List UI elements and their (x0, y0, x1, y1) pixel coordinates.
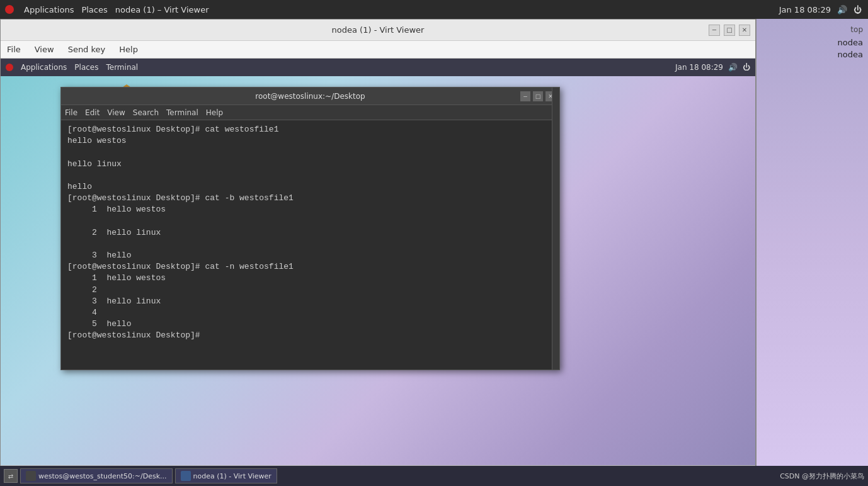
system-applications-label[interactable]: Applications (24, 5, 74, 14)
virt-minimize-btn[interactable]: − (709, 25, 720, 36)
terminal-maximize-btn[interactable]: □ (533, 91, 543, 101)
terminal-titlebar-buttons: − □ ✕ (520, 91, 556, 101)
vm-datetime: Jan 18 08:29 (675, 63, 723, 72)
system-topbar-right: Jan 18 08:29 🔊 ⏻ (779, 5, 862, 14)
virt-titlebar: nodea (1) - Virt Viewer − □ ✕ (1, 20, 755, 41)
terminal-menu-terminal[interactable]: Terminal (166, 108, 198, 117)
virt-title: nodea (1) - Virt Viewer (332, 25, 425, 35)
bottom-task-terminal[interactable]: westos@westos_student50:~/Desk... (20, 468, 173, 483)
vm-power-icon[interactable]: ⏻ (743, 63, 750, 72)
viewer-task-label: nodea (1) - Virt Viewer (193, 472, 271, 480)
system-datetime: Jan 18 08:29 (779, 5, 831, 14)
virt-titlebar-buttons: − □ ✕ (709, 25, 750, 36)
right-panel-item1: nodea (762, 38, 863, 47)
right-panel-top: top (762, 25, 863, 34)
vm-topbar-left: Applications Places Terminal (6, 63, 138, 72)
system-topbar: Applications Places nodea (1) – Virt Vie… (0, 0, 868, 19)
bottom-task-viewer[interactable]: nodea (1) - Virt Viewer (175, 468, 277, 483)
virt-menubar: File View Send key Help (1, 41, 755, 59)
bottom-right-area: CSDN @努力扑腾的小菜鸟 (780, 472, 864, 481)
terminal-task-label: westos@westos_student50:~/Desk... (38, 472, 167, 480)
viewer-task-icon (181, 471, 191, 481)
vm-red-dot (6, 64, 13, 71)
red-dot-icon (5, 5, 14, 14)
vm-places-label[interactable]: Places (74, 63, 98, 72)
vm-topbar-right: Jan 18 08:29 🔊 ⏻ (675, 63, 750, 72)
terminal-menubar: File Edit View Search Terminal Help (61, 105, 559, 120)
virt-menu-sendkey[interactable]: Send key (66, 43, 108, 55)
virt-menu-file[interactable]: File (4, 43, 23, 55)
terminal-menu-edit[interactable]: Edit (85, 108, 100, 117)
bottom-switch-btn[interactable]: ⇄ (4, 469, 18, 483)
terminal-title: root@westoslinux:~/Desktop (255, 92, 365, 101)
virt-close-btn[interactable]: ✕ (739, 25, 750, 36)
virt-viewer-window: nodea (1) - Virt Viewer − □ ✕ File View … (0, 19, 756, 486)
vm-topbar: Applications Places Terminal Jan 18 08:2… (1, 59, 755, 76)
system-topbar-left: Applications Places nodea (1) – Virt Vie… (5, 5, 208, 14)
system-title-label: nodea (1) – Virt Viewer (115, 5, 209, 14)
terminal-window: root@westoslinux:~/Desktop − □ ✕ File Ed… (60, 87, 560, 370)
bottom-taskbar: ⇄ westos@westos_student50:~/Desk... node… (0, 466, 868, 486)
terminal-task-icon (26, 471, 36, 481)
virt-maximize-btn[interactable]: □ (724, 25, 735, 36)
vm-applications-label[interactable]: Applications (21, 63, 67, 72)
terminal-menu-file[interactable]: File (65, 108, 77, 117)
right-panel-item2: nodea (762, 50, 863, 59)
virt-menu-view[interactable]: View (32, 43, 57, 55)
bottom-right-label: CSDN @努力扑腾的小菜鸟 (780, 472, 864, 481)
terminal-minimize-btn[interactable]: − (520, 91, 530, 101)
power-icon[interactable]: ⏻ (854, 5, 862, 14)
vm-desktop: Applications Places Terminal Jan 18 08:2… (1, 59, 755, 485)
terminal-menu-search[interactable]: Search (133, 108, 159, 117)
terminal-scrollbar[interactable] (552, 88, 559, 370)
volume-icon[interactable]: 🔊 (837, 5, 847, 14)
terminal-menu-view[interactable]: View (107, 108, 125, 117)
vm-volume-icon[interactable]: 🔊 (728, 63, 738, 72)
system-places-label[interactable]: Places (81, 5, 107, 14)
terminal-menu-help[interactable]: Help (206, 108, 223, 117)
right-panel-items: top nodea nodea (762, 25, 863, 59)
right-panel: top nodea nodea (756, 19, 868, 486)
terminal-titlebar: root@westoslinux:~/Desktop − □ ✕ (61, 88, 559, 105)
virt-menu-help[interactable]: Help (117, 43, 140, 55)
vm-terminal-label[interactable]: Terminal (106, 63, 138, 72)
terminal-content[interactable]: [root@westoslinux Desktop]# cat westosfi… (61, 120, 559, 370)
